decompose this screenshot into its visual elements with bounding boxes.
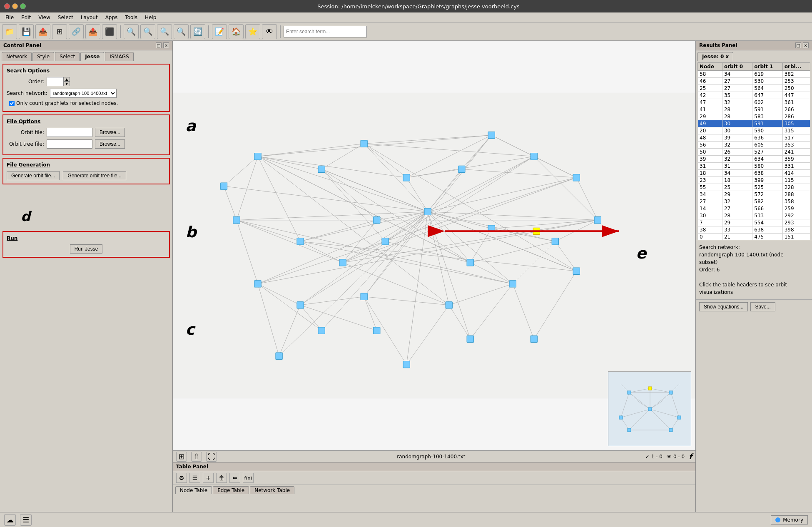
panel-controls[interactable]: □ ✕: [156, 42, 169, 48]
tab-select[interactable]: Select: [55, 52, 80, 61]
graph-grid-btn[interactable]: ⊞: [176, 452, 187, 462]
eye-button[interactable]: 👁: [262, 24, 277, 39]
search-network-select[interactable]: randomgraph-100-1400.txt: [50, 89, 117, 98]
grid-button[interactable]: ⊞: [52, 24, 67, 39]
orbit-file-input[interactable]: [47, 128, 92, 137]
table-row[interactable]: 4235647447: [698, 92, 810, 99]
table-row[interactable]: 2527564250: [698, 85, 810, 92]
table-row[interactable]: 5525525228: [698, 184, 810, 191]
table-row[interactable]: 4930591305: [698, 120, 810, 127]
zoom-fit-button[interactable]: 🔍: [157, 24, 172, 39]
col-orbit1[interactable]: orbit 1: [752, 63, 782, 71]
tab-style[interactable]: Style: [32, 52, 54, 61]
spinner-up[interactable]: ▲: [63, 77, 70, 82]
table-row[interactable]: 5026527241: [698, 149, 810, 156]
panel-close-btn[interactable]: ✕: [163, 42, 169, 48]
results-jesse-tab[interactable]: Jesse: 0 x: [697, 52, 733, 61]
save-button[interactable]: 💾: [19, 24, 34, 39]
zoom-in-button[interactable]: 🔍: [124, 24, 139, 39]
results-panel-controls[interactable]: □ ✕: [795, 42, 809, 48]
menu-apps[interactable]: Apps: [102, 14, 121, 21]
run-jesse-btn[interactable]: Run Jesse: [70, 244, 103, 254]
checkbox-row[interactable]: Only count graphlets for selected nodes.: [7, 100, 166, 106]
bottom-cloud-btn[interactable]: ☁: [4, 514, 16, 526]
menu-file[interactable]: File: [2, 14, 17, 21]
table-row[interactable]: 4732602361: [698, 99, 810, 106]
table-add-btn[interactable]: +: [203, 473, 214, 483]
table-row[interactable]: 1427566259: [698, 205, 810, 212]
table-link-btn[interactable]: ⇔: [229, 473, 240, 483]
menu-help[interactable]: Help: [142, 14, 159, 21]
table-row[interactable]: 4128591266: [698, 106, 810, 113]
save-btn[interactable]: Save...: [750, 302, 775, 311]
orbit-file-browse-btn[interactable]: Browse...: [95, 128, 125, 137]
table-row[interactable]: 3932634359: [698, 156, 810, 163]
table-row[interactable]: 3833638398: [698, 226, 810, 234]
tab-network-table[interactable]: Network Table: [250, 486, 294, 494]
spinner-buttons[interactable]: ▲ ▼: [63, 77, 70, 86]
spinner-down[interactable]: ▼: [63, 82, 70, 86]
table-delete-btn[interactable]: 🗑: [216, 473, 227, 483]
menu-edit[interactable]: Edit: [18, 14, 34, 21]
menu-select[interactable]: Select: [55, 14, 77, 21]
order-spinner[interactable]: 6 ▲ ▼: [47, 77, 70, 86]
table-row[interactable]: 5834619382: [698, 71, 810, 78]
orbit-tree-browse-btn[interactable]: Browse...: [95, 139, 125, 149]
table-columns-btn[interactable]: ☰: [189, 473, 200, 483]
zoom-out-button[interactable]: 🔍: [140, 24, 155, 39]
refresh-button[interactable]: 🔄: [190, 24, 205, 39]
edit-node-button[interactable]: 📝: [212, 24, 227, 39]
search-input[interactable]: [284, 26, 367, 37]
table-row[interactable]: 3131580331: [698, 163, 810, 170]
col-orbit2[interactable]: orbi...: [782, 63, 810, 71]
minimize-button[interactable]: [12, 3, 18, 9]
gen-orbit-btn[interactable]: Generate orbit file...: [7, 171, 60, 180]
tab-jesse[interactable]: Jesse: [80, 52, 104, 61]
results-close-btn[interactable]: ✕: [803, 42, 809, 48]
layout-button[interactable]: ⬛: [102, 24, 117, 39]
home-button[interactable]: 🏠: [229, 24, 244, 39]
tab-ismags[interactable]: ISMAGS: [105, 52, 133, 61]
results-minimize-btn[interactable]: □: [795, 42, 801, 48]
tab-network[interactable]: Network: [2, 52, 32, 61]
share-button[interactable]: 📤: [35, 24, 50, 39]
orbit-tree-input[interactable]: [47, 139, 92, 149]
maximize-button[interactable]: [20, 3, 26, 9]
panel-minimize-btn[interactable]: □: [156, 42, 162, 48]
table-row[interactable]: 2318399115: [698, 177, 810, 184]
col-orbit0[interactable]: orbit 0: [722, 63, 752, 71]
table-settings-btn[interactable]: ⚙: [176, 473, 187, 483]
menu-layout[interactable]: Layout: [77, 14, 101, 21]
results-table-scroll[interactable]: Node orbit 0 orbit 1 orbi... 58346193824…: [696, 61, 812, 240]
gen-orbit-tree-btn[interactable]: Generate orbit tree file...: [63, 171, 126, 180]
graph-share-btn[interactable]: ⇧: [191, 452, 202, 462]
open-button[interactable]: 📁: [2, 24, 17, 39]
table-row[interactable]: 2928583286: [698, 113, 810, 120]
close-button[interactable]: [4, 3, 10, 9]
export-button[interactable]: 📤: [85, 24, 100, 39]
bottom-list-btn[interactable]: ☰: [20, 514, 32, 526]
only-selected-checkbox[interactable]: [9, 101, 15, 106]
window-controls[interactable]: [4, 3, 26, 9]
tab-edge-table[interactable]: Edge Table: [213, 486, 249, 494]
table-row[interactable]: 3429572288: [698, 191, 810, 198]
table-row[interactable]: 021475151: [698, 234, 810, 240]
show-equations-btn[interactable]: Show equations...: [699, 302, 748, 311]
table-row[interactable]: 2030590315: [698, 127, 810, 134]
table-function-btn[interactable]: f(x): [243, 473, 254, 483]
table-row[interactable]: 729554293: [698, 219, 810, 226]
table-row[interactable]: 4627530253: [698, 78, 810, 85]
table-row[interactable]: 4839636517: [698, 134, 810, 142]
menu-tools[interactable]: Tools: [122, 14, 141, 21]
tab-node-table[interactable]: Node Table: [175, 486, 212, 494]
table-row[interactable]: 1834638414: [698, 170, 810, 177]
table-row[interactable]: 2732582358: [698, 198, 810, 205]
table-row[interactable]: 5632605353: [698, 142, 810, 149]
connect-button[interactable]: 🔗: [69, 24, 84, 39]
col-node[interactable]: Node: [698, 63, 722, 71]
table-row[interactable]: 3028533292: [698, 212, 810, 219]
order-input[interactable]: 6: [47, 77, 63, 86]
menu-view[interactable]: View: [35, 14, 53, 21]
zoom-reset-button[interactable]: 🔍: [174, 24, 189, 39]
graph-expand-btn[interactable]: ⛶: [206, 452, 217, 462]
